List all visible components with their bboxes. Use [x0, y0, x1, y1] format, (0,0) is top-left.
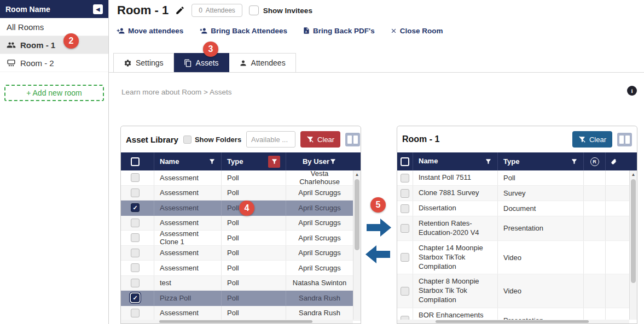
show-invitees-label: Show Invitees [263, 7, 312, 15]
move-to-library-arrow-button[interactable] [365, 245, 390, 264]
recording-cell [583, 170, 605, 185]
asset-type-cell: Poll [497, 170, 583, 185]
room-table-header: Name Type R [397, 152, 637, 170]
asset-type-cell: Poll [221, 276, 286, 291]
tab-assets[interactable]: Assets [174, 53, 229, 72]
row-checkbox[interactable] [401, 174, 409, 182]
filter-off-icon [306, 136, 314, 143]
asset-library-row[interactable]: testPollNatasha Swinton [121, 276, 361, 291]
row-checkbox[interactable] [131, 263, 140, 272]
row-checkbox[interactable] [131, 293, 140, 302]
row-checkbox[interactable] [131, 219, 140, 227]
asset-byuser-cell: April Scruggs [286, 246, 353, 261]
asset-library-row[interactable]: AssessmentPollApril Scruggs [121, 261, 361, 276]
row-checkbox[interactable] [131, 249, 140, 257]
row-checkbox[interactable] [401, 204, 409, 213]
scrollbar-thumb[interactable] [631, 179, 636, 283]
assets-copy-icon [184, 59, 192, 67]
room-asset-row[interactable]: Instant Poll 7511Poll [397, 170, 637, 186]
edit-room-name-icon[interactable] [175, 5, 185, 15]
asset-library-row[interactable]: AssessmentPollApril Scruggs [121, 186, 361, 201]
info-icon[interactable]: i [627, 86, 637, 96]
asset-byuser-cell: April Scruggs [286, 201, 353, 215]
scrollbar-thumb[interactable] [355, 179, 359, 250]
room-asset-row[interactable]: Clone 7881 SurveySurvey [397, 186, 637, 201]
row-checkbox[interactable] [131, 188, 140, 197]
asset-library-row[interactable]: Assessment Clone 1PollApril Scruggs [121, 231, 361, 246]
sidebar-item-room-1[interactable]: Room - 1 [0, 36, 108, 54]
paperclip-icon[interactable] [611, 158, 617, 166]
row-checkbox[interactable] [131, 233, 140, 242]
show-folders-checkbox[interactable] [183, 136, 192, 144]
asset-library-row[interactable]: AssessmentPollApril Scruggs [121, 216, 361, 231]
tab-attendees[interactable]: Attendees [229, 53, 296, 72]
horizontal-scrollbar[interactable] [121, 320, 353, 323]
asset-type-cell: Presentation [497, 216, 583, 240]
show-invitees-checkbox[interactable] [249, 5, 259, 15]
tab-settings-label: Settings [136, 58, 164, 67]
person-plus-icon [116, 27, 125, 35]
row-checkbox[interactable] [401, 253, 409, 262]
person-x-icon [199, 27, 208, 35]
filter-active-icon[interactable] [268, 156, 280, 168]
availability-filter-input[interactable] [246, 131, 295, 148]
bring-back-attendees-button[interactable]: Bring Back Attendees [199, 26, 287, 35]
filter-icon[interactable] [571, 158, 578, 165]
attachment-cell [605, 274, 622, 308]
row-checkbox[interactable] [131, 173, 140, 182]
filter-icon[interactable] [329, 158, 336, 165]
row-checkbox[interactable] [131, 279, 140, 287]
asset-type-cell: Poll [221, 246, 286, 261]
add-new-room-button[interactable]: + Add new room [4, 85, 104, 101]
row-checkbox[interactable] [401, 189, 409, 198]
column-chooser-icon[interactable] [617, 133, 632, 146]
horizontal-scrollbar[interactable] [397, 320, 629, 323]
room-assets-panel: Room - 1 Clear Name Type R Instant Poll … [397, 126, 637, 324]
attendees-count-badge: 0 Attendees [192, 4, 242, 17]
clear-filters-button[interactable]: Clear [300, 131, 340, 148]
asset-library-row[interactable]: AssessmentPollApril Scruggs [121, 246, 361, 261]
sidebar-item-label: Room - 1 [20, 40, 55, 50]
room-clear-filters-button[interactable]: Clear [572, 131, 612, 148]
attachment-cell [605, 201, 622, 216]
room-asset-row[interactable]: DissertationDocument [397, 201, 637, 216]
recording-column-icon[interactable]: R [590, 157, 599, 166]
row-checkbox[interactable] [401, 287, 409, 296]
asset-library-row[interactable]: AssessmentPollVesta Charlehouse [121, 170, 361, 186]
tab-settings[interactable]: Settings [113, 53, 174, 72]
filter-icon[interactable] [208, 158, 216, 165]
room-asset-row[interactable]: Chapter 14 Moonpie Starbox TikTok Compil… [397, 241, 637, 275]
vertical-scrollbar[interactable]: ▲ [629, 170, 637, 320]
move-attendees-button[interactable]: Move attendees [116, 26, 183, 35]
row-checkbox[interactable] [401, 224, 409, 233]
collapse-sidebar-icon[interactable]: ◀ [93, 4, 103, 14]
users-icon [7, 40, 16, 50]
attachment-cell [605, 170, 622, 185]
close-room-button[interactable]: Close Room [390, 26, 443, 35]
row-checkbox[interactable] [131, 203, 140, 212]
sidebar-item-all-rooms[interactable]: All Rooms [0, 18, 108, 36]
select-all-checkbox[interactable] [131, 157, 140, 166]
asset-library-panel: Asset Library Show Folders Clear Name Ty… [120, 126, 361, 324]
scroll-up-icon[interactable]: ▲ [353, 170, 361, 177]
room-asset-row[interactable]: Retention Rates-Education-2020 V4Present… [397, 216, 637, 241]
vertical-scrollbar[interactable]: ▲ [353, 170, 361, 320]
row-checkbox[interactable] [131, 309, 140, 317]
column-header-name: Name [160, 157, 179, 166]
filter-icon[interactable] [485, 158, 492, 165]
scroll-up-icon[interactable]: ▲ [630, 170, 637, 177]
room-asset-row[interactable]: Chapter 8 Moonpie Starbox Tik Tok Compil… [397, 274, 637, 308]
room-panel-header: Room - 1 Clear [397, 126, 637, 152]
move-to-room-arrow-button[interactable] [367, 218, 392, 237]
bring-back-pdfs-button[interactable]: A Bring Back PDF's [303, 26, 375, 35]
filter-off-icon [578, 136, 586, 143]
asset-name-cell: Pizza Poll [154, 291, 221, 305]
asset-byuser-cell: Sandra Rush [286, 306, 353, 321]
asset-type-cell: Poll [221, 231, 286, 245]
sidebar-item-room-2[interactable]: Room - 2 [0, 54, 108, 72]
select-all-checkbox[interactable] [401, 157, 409, 166]
learn-more-link[interactable]: Learn more about Room > Assets [121, 88, 232, 96]
asset-library-row[interactable]: Pizza PollPollSandra Rush [121, 291, 361, 306]
asset-library-row[interactable]: AssessmentPollSandra Rush [121, 306, 361, 321]
column-chooser-icon[interactable] [345, 133, 360, 146]
